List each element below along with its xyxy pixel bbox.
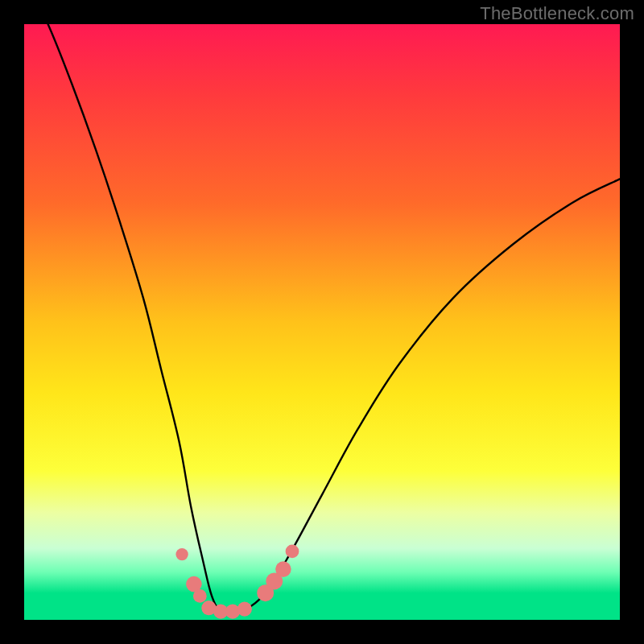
curve-marker [237,602,252,617]
curve-marker [175,548,188,560]
chart-frame: TheBottleneck.com [0,0,644,644]
plot-background [24,24,620,620]
curve-marker [286,545,299,559]
bottleneck-chart [0,0,644,644]
curve-marker [193,589,207,603]
curve-marker [275,561,291,577]
